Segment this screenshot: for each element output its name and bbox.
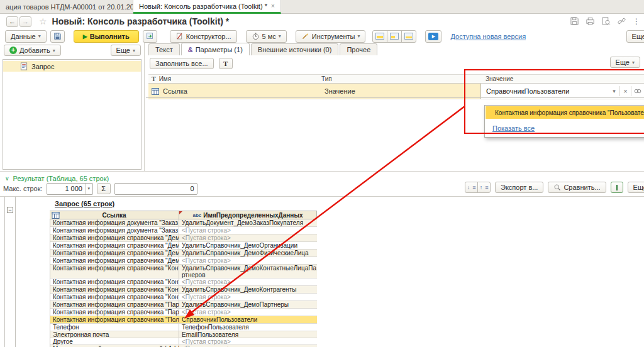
result-more-button[interactable]: Еще bbox=[628, 182, 644, 193]
param-name: Ссылка bbox=[163, 87, 187, 95]
more-menu-icon[interactable]: ⋮ bbox=[633, 17, 640, 26]
layout-split-button[interactable] bbox=[387, 30, 402, 43]
collapse-chevron-icon[interactable]: ∨ bbox=[5, 175, 9, 182]
sort-asc-button[interactable]: ↑≡ bbox=[477, 182, 491, 193]
table-row[interactable]: Контактная информация справочника "Демо:… bbox=[50, 234, 317, 242]
print-icon[interactable] bbox=[586, 16, 595, 26]
sum-button[interactable]: Σ bbox=[97, 183, 111, 194]
cell-predefined-name: <Пустая строка> bbox=[179, 227, 317, 234]
run-window-button[interactable] bbox=[143, 30, 157, 43]
dropdown-item[interactable]: Контактная информация справочника "Польз… bbox=[486, 106, 644, 119]
result-settings-button[interactable] bbox=[611, 182, 623, 193]
save-icon[interactable] bbox=[570, 16, 579, 26]
cell-predefined-name: <Пустая строка> bbox=[179, 257, 317, 264]
window-run-icon bbox=[146, 32, 154, 40]
tree-more-button[interactable]: Еще▾ bbox=[111, 45, 141, 56]
param-value[interactable]: СправочникПользователи bbox=[481, 87, 609, 95]
cell-predefined-name: <Пустая строка> bbox=[179, 294, 317, 300]
tab-label: Новый: Консоль разработчика (Toolkit) * bbox=[139, 3, 267, 10]
value-dropdown-icon[interactable]: ▾ bbox=[609, 88, 619, 94]
counter-input[interactable]: 0 bbox=[114, 183, 197, 195]
table-row[interactable]: Контактная информация справочника "Контр… bbox=[50, 294, 317, 301]
layout-bottom-button[interactable] bbox=[372, 30, 387, 43]
table-row[interactable]: Контактная информация справочника "Партн… bbox=[50, 301, 317, 309]
wand-icon bbox=[301, 32, 309, 40]
table-grid-icon bbox=[152, 88, 159, 95]
tab-external-sources[interactable]: Внешние источники (0) bbox=[251, 43, 339, 55]
constructor-button[interactable]: Конструктор... bbox=[170, 30, 237, 43]
fill-all-button[interactable]: Заполнить все... bbox=[150, 58, 214, 69]
column-header-name[interactable]: abc ИмяПредопределенныхДанных bbox=[179, 211, 317, 219]
column-header-ref[interactable]: Ссылка bbox=[50, 211, 179, 219]
cell-predefined-name: <Пустая строка> bbox=[179, 309, 317, 316]
table-row[interactable]: Контактная информация справочника "Конта… bbox=[50, 278, 317, 286]
text-type-button[interactable]: Т bbox=[219, 58, 233, 69]
tab-document[interactable]: ация товаров НТДМ-А00001 от 20.01.2015 1… bbox=[0, 0, 133, 14]
close-icon[interactable]: × bbox=[271, 3, 275, 9]
cell-ref: Контактная информация справочника "Конта… bbox=[50, 265, 179, 278]
save-button[interactable] bbox=[50, 30, 65, 43]
tree-item-query[interactable]: Запрос bbox=[3, 61, 141, 72]
result-section-title[interactable]: ∨ Результат (Таблица, 65 строк) bbox=[5, 175, 109, 182]
tools-button[interactable]: Инструменты▾ bbox=[296, 30, 366, 43]
tab-other[interactable]: Прочее bbox=[340, 43, 377, 55]
result-table-header: Ссылка abc ИмяПредопределенныхДанных bbox=[50, 211, 317, 219]
param-value-field[interactable]: СправочникПользователи ▾ × bbox=[480, 84, 644, 99]
show-all-link[interactable]: Показать все bbox=[492, 124, 535, 132]
title-bar: ← → ☆ Новый: Консоль разработчика (Toolk… bbox=[0, 14, 644, 29]
favorite-star-icon[interactable]: ☆ bbox=[39, 16, 47, 26]
run-button[interactable]: ▶ Выполнить bbox=[74, 30, 139, 43]
compare-button[interactable]: Сравнить... bbox=[548, 182, 606, 193]
table-row[interactable]: Контактная информация справочника "Демо:… bbox=[50, 242, 317, 250]
table-row[interactable]: Контактная информация справочника "Контр… bbox=[50, 286, 317, 294]
group-expander-column: − bbox=[5, 197, 16, 347]
tab-parameters[interactable]: & Параметры (1) bbox=[181, 43, 250, 55]
chevron-down-icon: ▾ bbox=[279, 33, 281, 39]
table-row[interactable]: Контактная информация документа "Заказ п… bbox=[50, 219, 317, 227]
floppy-icon bbox=[53, 32, 62, 40]
string-type-icon: abc bbox=[193, 212, 202, 218]
table-row[interactable]: Контактная информация справочника "Партн… bbox=[50, 309, 317, 316]
tab-console[interactable]: Новый: Консоль разработчика (Toolkit) * … bbox=[133, 0, 281, 14]
max-rows-label: Макс. строк: bbox=[3, 185, 43, 192]
timer-button[interactable]: 5 мс▾ bbox=[246, 30, 287, 43]
table-row[interactable]: Контактная информация справочника "Конта… bbox=[50, 265, 317, 278]
cell-ref: Контактная информация справочника "Польз… bbox=[50, 316, 179, 323]
query-tree: Запрос bbox=[3, 59, 142, 170]
cell-ref: Контактная информация документа "Заказ п… bbox=[50, 227, 179, 234]
type-icon: Т bbox=[152, 75, 156, 82]
cell-ref: Контактная информация справочника "Демо:… bbox=[50, 242, 179, 249]
table-row[interactable]: ТелефонТелефонПользователя bbox=[50, 324, 317, 331]
new-version-link[interactable]: Доступна новая версия bbox=[450, 33, 526, 40]
cell-ref: Электронная почта bbox=[50, 331, 179, 338]
back-button[interactable]: ← bbox=[6, 16, 18, 27]
collapse-group-icon[interactable]: − bbox=[7, 207, 13, 213]
table-row[interactable]: Контактная информация справочника "Польз… bbox=[50, 316, 317, 324]
table-row[interactable]: Электронная почтаEmailПользователя bbox=[50, 331, 317, 338]
video-help-button[interactable]: ▶ bbox=[425, 30, 441, 43]
max-rows-input[interactable]: 1 000 ▾ bbox=[47, 183, 93, 195]
link-icon[interactable] bbox=[617, 16, 626, 26]
export-button[interactable]: Экспорт в... bbox=[495, 182, 543, 193]
tab-text[interactable]: Текст bbox=[148, 43, 180, 55]
group-header[interactable]: Запрос (65 строк) bbox=[50, 197, 317, 211]
preview-icon[interactable] bbox=[601, 16, 611, 26]
forward-button[interactable]: → bbox=[19, 16, 31, 27]
cell-predefined-name: <Пустая строка> bbox=[179, 278, 317, 285]
params-more-button[interactable]: Еще▾ bbox=[610, 57, 640, 68]
table-row[interactable]: Контактная информация справочника "Демо:… bbox=[50, 257, 317, 265]
video-icon: ▶ bbox=[428, 33, 438, 40]
table-row[interactable]: Контактная информация документа "Заказ п… bbox=[50, 227, 317, 234]
spinner-icon[interactable]: ▾ bbox=[85, 184, 92, 194]
sort-desc-button[interactable]: ↓≡ bbox=[465, 182, 478, 193]
value-clear-icon[interactable]: × bbox=[620, 87, 631, 95]
table-row[interactable]: Другое<Пустая строка> bbox=[50, 338, 317, 345]
value-open-icon[interactable] bbox=[633, 87, 642, 95]
page-title: Новый: Консоль разработчика (Toolkit) * bbox=[52, 16, 230, 26]
cell-ref: Контактная информация справочника "Конта… bbox=[50, 278, 179, 285]
toolbar-more-button[interactable]: Еще bbox=[626, 30, 644, 43]
table-row[interactable]: Контактная информация справочника "Демо:… bbox=[50, 250, 317, 257]
data-menu-button[interactable]: Данные▾ bbox=[5, 30, 47, 43]
layout-wide-button[interactable] bbox=[401, 30, 416, 43]
add-button[interactable]: + Добавить▾ bbox=[4, 45, 61, 56]
